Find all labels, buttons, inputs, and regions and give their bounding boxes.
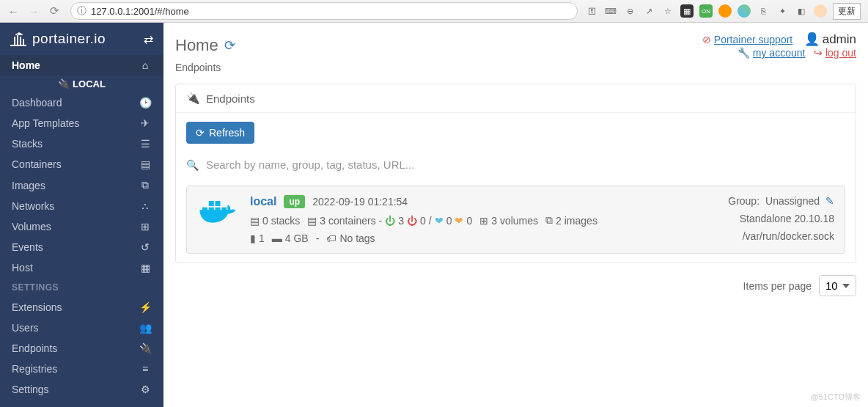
search-input[interactable] bbox=[206, 155, 845, 174]
back-button[interactable]: ← bbox=[4, 2, 22, 20]
support-link[interactable]: Portainer support bbox=[714, 34, 792, 45]
rocket-icon: ✈ bbox=[139, 117, 152, 129]
sidebar-item-images[interactable]: Images ⧉ bbox=[0, 175, 163, 196]
users-icon: 👥 bbox=[139, 322, 152, 334]
sidebar-item-settings[interactable]: Settings ⚙ bbox=[0, 379, 163, 400]
endpoint-card[interactable]: local up 2022-09-19 01:21:54 ▤ 0 stacks … bbox=[186, 186, 845, 254]
username: admin bbox=[823, 32, 856, 46]
sidebar-item-local[interactable]: 🔌 LOCAL bbox=[0, 76, 163, 92]
th-list-icon: ▤ bbox=[250, 215, 260, 227]
server-icon: ▤ bbox=[307, 215, 317, 227]
clone-icon: ⧉ bbox=[139, 179, 152, 191]
clone-icon: ⧉ bbox=[545, 214, 553, 227]
key-icon[interactable]: ⚿ bbox=[585, 4, 598, 18]
group-label: Group: bbox=[728, 195, 760, 207]
page-title: Home ⟳ bbox=[175, 36, 235, 55]
breadcrumb: Endpoints bbox=[175, 62, 856, 73]
sidebar-item-extensions[interactable]: Extensions ⚡ bbox=[0, 297, 163, 318]
account-link[interactable]: my account bbox=[753, 47, 806, 59]
sidebar-item-endpoints[interactable]: Endpoints 🔌 bbox=[0, 338, 163, 359]
power-off-icon: ⏻ bbox=[407, 215, 417, 227]
sidebar-item-networks[interactable]: Networks ⛬ bbox=[0, 196, 163, 216]
sidebar-item-containers[interactable]: Containers ▤ bbox=[0, 154, 163, 175]
heartbeat-icon: ❤ bbox=[435, 215, 444, 227]
forward-button[interactable]: → bbox=[25, 2, 43, 20]
database-icon: ≡ bbox=[139, 363, 152, 375]
sitemap-icon: ⛬ bbox=[139, 200, 152, 212]
svg-rect-4 bbox=[216, 201, 221, 206]
pager-label: Items per page bbox=[743, 280, 812, 292]
brand-name: portainer.io bbox=[32, 31, 106, 47]
extension-icons: ⚿ ⌨ ⊖ ↗ ☆ ▦ ON ⎘ ✦ ◧ 更新 bbox=[585, 3, 864, 20]
sidebar-item-volumes[interactable]: Volumes ⊞ bbox=[0, 216, 163, 237]
watermark: @51CTO博客 bbox=[811, 392, 861, 403]
info-icon: ⓘ bbox=[77, 4, 87, 18]
widget-header: 🔌 Endpoints bbox=[176, 84, 856, 113]
memory-icon: ▬ bbox=[272, 232, 282, 244]
server-icon: ▤ bbox=[139, 158, 152, 170]
search-wrap: 🔍 bbox=[186, 153, 845, 177]
sidebar-item-registries[interactable]: Registries ≡ bbox=[0, 359, 163, 379]
sidebar-item-home[interactable]: Home ⌂ bbox=[0, 55, 163, 76]
main-content: Home ⟳ ⊘ Portainer support 👤 admin 🔧 my … bbox=[163, 23, 868, 407]
endpoint-name: local bbox=[250, 195, 276, 208]
tachometer-icon: 🕑 bbox=[139, 97, 152, 109]
plug-icon: 🔌 bbox=[58, 78, 70, 89]
tags-icon: 🏷 bbox=[326, 232, 336, 244]
sidebar-item-events[interactable]: Events ↺ bbox=[0, 237, 163, 257]
ext-4-icon[interactable] bbox=[738, 4, 751, 18]
zoom-icon[interactable]: ⊖ bbox=[623, 4, 636, 18]
sidebar-toggle-icon[interactable]: ◧ bbox=[795, 4, 808, 18]
url-text: 127.0.0.1:2001/#/home bbox=[91, 6, 571, 17]
ext-2-icon[interactable]: ON bbox=[699, 4, 713, 18]
plug-icon: 🔌 bbox=[139, 342, 152, 354]
brand-header: portainer.io ⇄ bbox=[0, 23, 163, 55]
th-list-icon: ☰ bbox=[139, 138, 152, 150]
sidebar-item-dashboard[interactable]: Dashboard 🕑 bbox=[0, 92, 163, 113]
translate-icon[interactable]: ⌨ bbox=[604, 4, 617, 18]
sidebar-item-stacks[interactable]: Stacks ☰ bbox=[0, 133, 163, 154]
ext-1-icon[interactable]: ▦ bbox=[680, 4, 694, 18]
endpoint-socket: /var/run/docker.sock bbox=[743, 230, 834, 242]
svg-rect-3 bbox=[209, 201, 214, 206]
sync-icon: ⟳ bbox=[196, 127, 205, 139]
reload-button[interactable]: ⟳ bbox=[45, 2, 63, 20]
star-icon[interactable]: ☆ bbox=[661, 4, 674, 18]
update-button[interactable]: 更新 bbox=[833, 3, 861, 20]
hdd-icon: ⊞ bbox=[479, 215, 488, 227]
share-icon[interactable]: ↗ bbox=[642, 4, 655, 18]
endpoint-status-badge: up bbox=[284, 195, 305, 208]
endpoints-widget: 🔌 Endpoints ⟳ Refresh 🔍 bbox=[175, 84, 856, 263]
heartbeat-warn-icon: ❤ bbox=[455, 215, 463, 227]
group-value: Unassigned bbox=[765, 195, 820, 207]
refresh-icon[interactable]: ⟳ bbox=[224, 37, 235, 54]
ext-5-icon[interactable]: ⎘ bbox=[757, 4, 770, 18]
microchip-icon: ▮ bbox=[250, 232, 256, 244]
user-icon: 👤 bbox=[804, 32, 820, 46]
extensions-menu-icon[interactable]: ✦ bbox=[776, 4, 789, 18]
power-on-icon: ⏻ bbox=[385, 215, 395, 227]
top-links: ⊘ Portainer support 👤 admin 🔧 my account… bbox=[702, 32, 856, 59]
plug-icon: 🔌 bbox=[186, 92, 200, 105]
lifebuoy-icon: ⊘ bbox=[702, 34, 711, 45]
cogs-icon: ⚙ bbox=[139, 384, 152, 395]
snapshot-time: 2022-09-19 01:21:54 bbox=[312, 196, 408, 208]
docker-logo-icon bbox=[197, 195, 238, 227]
ext-3-icon[interactable] bbox=[718, 4, 732, 18]
history-icon: ↺ bbox=[139, 241, 152, 253]
pager-select[interactable]: 10 bbox=[819, 275, 856, 296]
pencil-icon[interactable]: ✎ bbox=[825, 195, 834, 207]
sidebar-item-host[interactable]: Host ▦ bbox=[0, 257, 163, 278]
sidebar-item-app-templates[interactable]: App Templates ✈ bbox=[0, 113, 163, 133]
wrench-icon: 🔧 bbox=[738, 47, 750, 59]
sidebar-item-users[interactable]: Users 👥 bbox=[0, 318, 163, 338]
logout-link[interactable]: log out bbox=[825, 47, 856, 59]
th-icon: ▦ bbox=[139, 262, 152, 274]
profile-icon[interactable] bbox=[814, 4, 827, 18]
pagination: Items per page 10 bbox=[175, 275, 856, 296]
url-bar[interactable]: ⓘ 127.0.0.1:2001/#/home bbox=[70, 2, 578, 20]
refresh-button[interactable]: ⟳ Refresh bbox=[186, 122, 254, 144]
portainer-logo-icon bbox=[10, 30, 28, 48]
collapse-toggle-icon[interactable]: ⇄ bbox=[144, 32, 153, 46]
browser-toolbar: ← → ⟳ ⓘ 127.0.0.1:2001/#/home ⚿ ⌨ ⊖ ↗ ☆ … bbox=[0, 0, 868, 23]
